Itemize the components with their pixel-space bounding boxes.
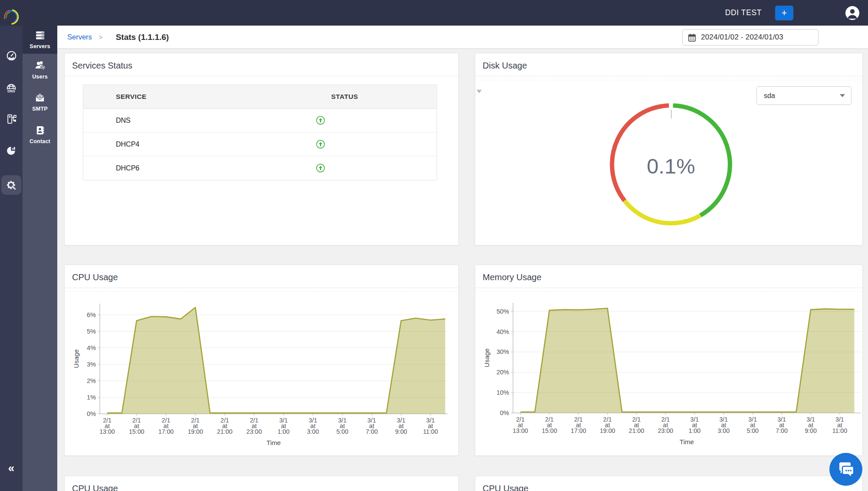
live-chat-button[interactable] — [829, 453, 862, 486]
breadcrumb-link-servers[interactable]: Servers — [67, 33, 92, 41]
svg-text:3/1at11:00: 3/1at11:00 — [423, 417, 438, 435]
svg-text:3/1at5:00: 3/1at5:00 — [746, 416, 759, 434]
services-status-card: Services Status SERVICE STATUS DNS DHCP4 — [64, 53, 459, 245]
disk-usage-gauge — [475, 53, 863, 245]
svg-text:0%: 0% — [87, 410, 96, 417]
svg-text:50%: 50% — [496, 308, 509, 315]
sidebar-item-smtp[interactable]: SMTP — [23, 89, 57, 115]
add-button[interactable]: + — [775, 6, 793, 20]
chat-bubbles-icon — [829, 453, 862, 486]
card-title: CPU Usage — [72, 484, 118, 491]
svg-text:2/1at23:00: 2/1at23:00 — [247, 417, 262, 435]
chevron-down-icon — [840, 94, 845, 97]
app-logo-icon — [3, 9, 19, 25]
services-table-header: SERVICE STATUS — [83, 85, 437, 109]
svg-text:30%: 30% — [496, 348, 509, 355]
svg-text:2/1at19:00: 2/1at19:00 — [600, 416, 615, 434]
svg-text:Usage: Usage — [72, 349, 80, 368]
disk-selector[interactable]: sda — [756, 86, 852, 105]
org-name-label: DDI TEST — [725, 8, 762, 17]
svg-text:3/1at3:00: 3/1at3:00 — [717, 416, 730, 434]
svg-text:3/1at9:00: 3/1at9:00 — [395, 417, 407, 435]
svg-text:6%: 6% — [87, 311, 96, 318]
svg-text:3/1at9:00: 3/1at9:00 — [805, 416, 817, 434]
svg-text:5%: 5% — [87, 328, 96, 335]
service-status — [288, 116, 325, 125]
rail-item-reports[interactable] — [0, 140, 23, 160]
servers-stack-icon — [35, 30, 46, 41]
svg-text:2/1at21:00: 2/1at21:00 — [629, 416, 644, 434]
service-status — [288, 164, 325, 173]
breadcrumb-bar: Servers > Stats (1.1.1.6) 2024/01/02 - 2… — [57, 26, 868, 49]
cpu-usage-card-3: CPU Usage — [475, 476, 863, 491]
divider — [65, 76, 458, 76]
date-range-picker[interactable]: 2024/01/02 - 2024/01/03 — [682, 29, 819, 46]
rail-item-dns[interactable]: DNS — [0, 79, 23, 99]
reports-pie-icon — [6, 145, 17, 156]
svg-text:4%: 4% — [87, 344, 96, 351]
rail-item-settings[interactable] — [1, 175, 21, 195]
rail-item-dashboard[interactable] — [0, 46, 23, 65]
svg-text:2/1at13:00: 2/1at13:00 — [513, 416, 528, 434]
card-title: Services Status — [72, 61, 132, 71]
svg-text:2/1at21:00: 2/1at21:00 — [217, 417, 233, 435]
svg-text:10%: 10% — [496, 389, 509, 396]
sidebar-item-label: Contact — [30, 138, 50, 144]
svg-text:3/1at7:00: 3/1at7:00 — [776, 416, 788, 434]
settings-gear-icon — [6, 179, 17, 191]
dns-globe-icon: DNS — [6, 83, 17, 95]
svg-text:3/1at1:00: 3/1at1:00 — [689, 416, 701, 434]
account-circle-icon — [845, 6, 860, 20]
sidebar-collapse-button[interactable]: « — [0, 462, 23, 474]
sidebar-item-label: Servers — [30, 43, 50, 49]
svg-text:3/1at3:00: 3/1at3:00 — [307, 417, 319, 435]
svg-text:2/1at17:00: 2/1at17:00 — [158, 417, 174, 435]
sidebar-item-servers[interactable]: Servers — [23, 26, 57, 54]
sidebar-item-label: SMTP — [32, 106, 48, 112]
status-up-icon — [316, 116, 325, 125]
users-gear-icon — [34, 59, 46, 71]
sidebar-item-contact[interactable]: Contact — [23, 121, 57, 147]
column-header-service: SERVICE — [83, 93, 288, 101]
svg-text:2/1at17:00: 2/1at17:00 — [571, 416, 586, 434]
svg-text:3/1at1:00: 3/1at1:00 — [278, 417, 290, 435]
icon-rail: DNS « — [0, 26, 23, 491]
disk-usage-card: Disk Usage 0.1% sda — [475, 53, 863, 245]
table-row: DHCP4 — [83, 133, 437, 157]
service-name: DNS — [83, 117, 288, 124]
svg-text:3/1at7:00: 3/1at7:00 — [366, 417, 378, 435]
cpu-usage-chart: 0%1%2%3%4%5%6%2/1at13:002/1at15:002/1at1… — [65, 265, 459, 456]
svg-text:2/1at19:00: 2/1at19:00 — [187, 417, 203, 435]
sidebar-item-users[interactable]: Users — [23, 56, 57, 82]
sidebar: Servers Users SMTP Co — [23, 26, 57, 491]
svg-text:3/1at5:00: 3/1at5:00 — [336, 417, 349, 435]
memory-usage-chart: 0%10%20%30%40%50%2/1at13:002/1at15:002/1… — [475, 265, 863, 456]
rail-item-ipam[interactable] — [0, 109, 23, 129]
contact-book-icon — [35, 125, 46, 136]
cpu-usage-card: CPU Usage 0%1%2%3%4%5%6%2/1at13:002/1at1… — [64, 265, 459, 456]
svg-text:3%: 3% — [87, 361, 96, 368]
table-row: DHCP6 — [83, 156, 437, 180]
user-avatar-button[interactable] — [845, 6, 860, 20]
breadcrumb-separator: > — [99, 33, 103, 41]
date-range-value: 2024/01/02 - 2024/01/03 — [701, 33, 783, 42]
column-header-status: STATUS — [288, 93, 358, 101]
svg-text:Usage: Usage — [483, 348, 490, 367]
status-up-icon — [316, 140, 325, 149]
topbar: DDI TEST + — [0, 0, 868, 26]
svg-text:2/1at15:00: 2/1at15:00 — [542, 416, 557, 434]
smtp-envelope-icon — [34, 92, 46, 103]
service-name: DHCP4 — [83, 141, 288, 148]
dashboard-gauge-icon — [6, 50, 17, 61]
disk-selector-value: sda — [764, 92, 775, 100]
svg-text:Time: Time — [680, 438, 694, 445]
memory-usage-card: Memory Usage 0%10%20%30%40%50%2/1at13:00… — [475, 265, 863, 456]
svg-text:1%: 1% — [87, 394, 96, 401]
main-content: Services Status SERVICE STATUS DNS DHCP4 — [57, 49, 868, 491]
svg-text:40%: 40% — [496, 328, 509, 335]
card-title: CPU Usage — [483, 484, 529, 491]
services-table: SERVICE STATUS DNS DHCP4 — [83, 85, 437, 180]
status-up-icon — [316, 164, 325, 173]
svg-text:2/1at23:00: 2/1at23:00 — [658, 416, 674, 434]
table-row: DNS — [83, 109, 437, 133]
